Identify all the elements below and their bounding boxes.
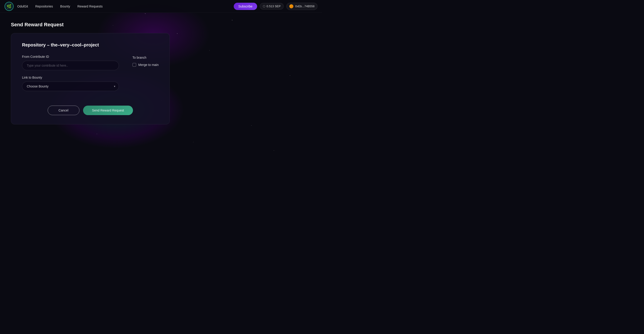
balance-amount: 0.513 SEP [267,4,281,8]
balance-display: ⬡ 0.513 SEP [260,3,284,9]
form-right: To branch Merge to main [132,55,158,67]
balance-icon: ⬡ [263,4,265,8]
reward-request-card: Repository – the–very–cool–project From … [11,33,170,124]
contribute-id-label: From Contribute ID [22,55,119,58]
merge-to-main-checkbox-box [132,63,136,67]
nav-reward-requests[interactable]: Reward Requests [78,4,102,8]
link-bounty-group: Link to Bounty Choose Bounty ▾ [22,76,119,91]
to-branch-label: To branch [132,56,158,59]
merge-to-main-label: Merge to main [138,63,158,67]
wallet-display[interactable]: 0xEb...74B558 [286,3,318,10]
bounty-select-wrapper: Choose Bounty ▾ [22,82,119,91]
navbar: 🌿 OdulGit Repositories Bounty Reward Req… [0,0,322,13]
contribute-id-input[interactable] [22,61,119,70]
nav-repositories[interactable]: Repositories [35,4,53,8]
wallet-avatar [289,4,294,8]
nav-odulgit[interactable]: OdulGit [17,4,28,8]
subscribe-button[interactable]: Subscribe [234,3,257,10]
send-reward-request-button[interactable]: Send Reward Request [83,106,133,115]
wallet-address: 0xEb...74B558 [295,4,314,8]
merge-to-main-checkbox-row[interactable]: Merge to main [132,63,158,67]
cancel-button[interactable]: Cancel [48,106,80,115]
form-actions: Cancel Send Reward Request [22,106,158,115]
svg-text:🌿: 🌿 [6,4,12,9]
page-title: Send Reward Request [11,22,311,28]
main-content: Send Reward Request Repository – the–ver… [0,13,322,134]
app-logo[interactable]: 🌿 [4,2,14,11]
nav-links: OdulGit Repositories Bounty Reward Reque… [17,4,234,8]
link-bounty-label: Link to Bounty [22,76,119,79]
form-left: From Contribute ID Link to Bounty Choose… [22,55,119,97]
form-layout: From Contribute ID Link to Bounty Choose… [22,55,158,97]
nav-right: Subscribe ⬡ 0.513 SEP 0xEb...74B558 [234,3,318,10]
card-title: Repository – the–very–cool–project [22,42,158,48]
nav-bounty[interactable]: Bounty [60,4,70,8]
contribute-id-group: From Contribute ID [22,55,119,70]
bounty-select[interactable]: Choose Bounty [22,82,119,91]
